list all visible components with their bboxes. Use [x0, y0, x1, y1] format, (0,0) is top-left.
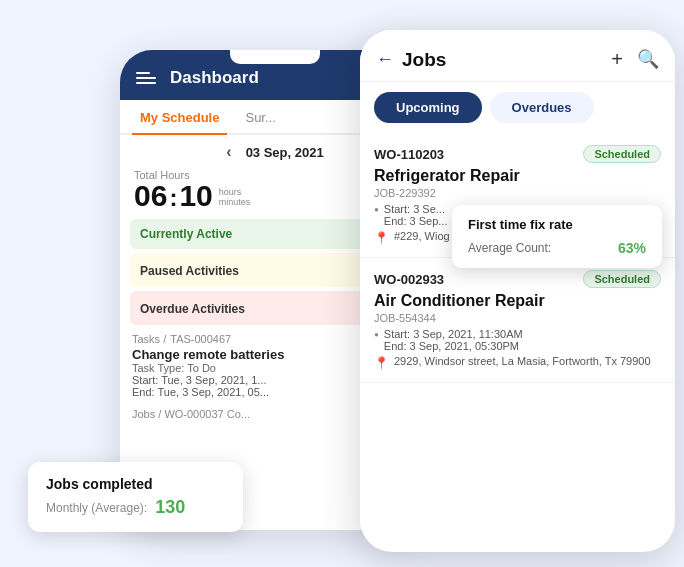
colon: : [169, 185, 177, 211]
job-1-name: Refrigerator Repair [374, 167, 661, 185]
hours-value: 06 [134, 181, 167, 211]
location-icon-1: 📍 [374, 231, 389, 245]
minutes-unit: minutes [219, 197, 251, 207]
job-2-status: Scheduled [583, 270, 661, 288]
back-button[interactable]: ← [376, 49, 394, 70]
bottom-card: Jobs completed Monthly (Average): 130 [28, 462, 243, 532]
hamburger-icon[interactable] [136, 72, 156, 84]
tooltip-title: First time fix rate [468, 217, 646, 232]
job-1-id: JOB-229392 [374, 187, 661, 199]
prev-date-arrow[interactable]: ‹ [226, 143, 231, 161]
bottom-card-value: 130 [155, 497, 185, 518]
jobs-footer-text: Jobs / WO-000037 Co... [132, 408, 250, 420]
header-actions: + 🔍 [611, 48, 659, 71]
jobs-tabs: Upcoming Overdues [360, 82, 675, 133]
job-2-name: Air Conditioner Repair [374, 292, 661, 310]
dot-icon-1: ● [374, 205, 379, 214]
left-phone-notch [230, 50, 320, 64]
bottom-card-label: Monthly (Average): [46, 501, 147, 515]
hours-unit: hours [219, 187, 251, 197]
minutes-value: 10 [179, 181, 212, 211]
job-1-status: Scheduled [583, 145, 661, 163]
tasks-header-label: Tasks / [132, 333, 166, 345]
job-2-start: Start: 3 Sep, 2021, 11:30AM [384, 328, 523, 340]
add-icon[interactable]: + [611, 48, 623, 71]
overdue-label: Overdue Activities [140, 302, 245, 316]
tooltip-value: 63% [618, 240, 646, 256]
right-phone-notch [473, 30, 563, 44]
location-icon-2: 📍 [374, 356, 389, 370]
current-date: 03 Sep, 2021 [246, 145, 324, 160]
upcoming-tab[interactable]: Upcoming [374, 92, 482, 123]
tab-summary[interactable]: Sur... [237, 100, 283, 133]
job-2-address: 2929, Windsor street, La Masia, Fortwort… [394, 355, 651, 367]
currently-active-label: Currently Active [140, 227, 232, 241]
overdues-tab[interactable]: Overdues [490, 92, 594, 123]
job-2-id: JOB-554344 [374, 312, 661, 324]
left-header-title: Dashboard [170, 68, 259, 88]
job-1-wo: WO-110203 [374, 147, 444, 162]
tooltip-label: Average Count: [468, 241, 551, 255]
search-icon[interactable]: 🔍 [637, 48, 659, 71]
paused-label: Paused Activities [140, 264, 239, 278]
job-2-end: End: 3 Sep, 2021, 05:30PM [384, 340, 523, 352]
job-1-start: Start: 3 Se... [384, 203, 448, 215]
dot-icon-2: ● [374, 330, 379, 339]
jobs-title: Jobs [402, 49, 611, 71]
job-2-wo: WO-002933 [374, 272, 444, 287]
tab-my-schedule[interactable]: My Schedule [132, 100, 227, 133]
bottom-card-title: Jobs completed [46, 476, 225, 492]
job-1-end: End: 3 Sep... [384, 215, 448, 227]
job-card-2[interactable]: WO-002933 Scheduled Air Conditioner Repa… [360, 258, 675, 383]
task-id: TAS-000467 [170, 333, 231, 345]
right-phone: ← Jobs + 🔍 Upcoming Overdues WO-110203 S… [360, 30, 675, 552]
tooltip-card: First time fix rate Average Count: 63% [452, 205, 662, 268]
